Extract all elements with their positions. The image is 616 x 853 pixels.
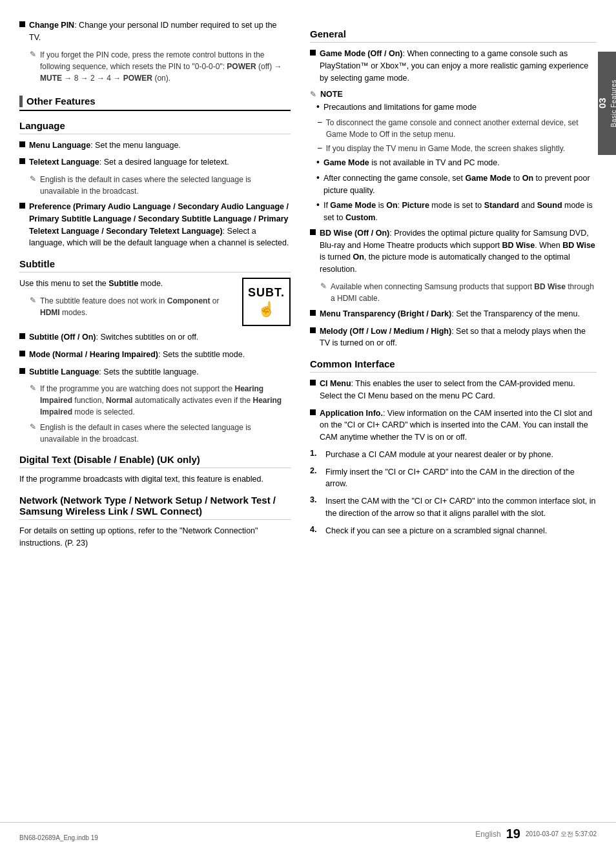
melody-item: Melody (Off / Low / Medium / High): Set … [310,325,597,350]
bullet-square [19,333,25,339]
numbered-item-1: 1. Purchase a CI CAM module at your near… [310,449,597,461]
game-mode-item: Game Mode (Off / On): When connecting to… [310,48,597,84]
numbered-item-4: 4. Check if you can see a picture on a s… [310,525,597,537]
preference-item: Preference (Primary Audio Language / Sec… [19,201,291,249]
dot-icon: • [316,101,320,114]
change-pin-note: ✎ If you forget the PIN code, press the … [30,49,291,84]
subtitle-onoff-item: Subtitle (Off / On): Switches subtitles … [19,331,291,344]
footer-file: BN68-02689A_Eng.indb 19 [19,834,98,841]
change-pin-title: Change PIN [29,21,74,30]
subtitle-mode-item: Mode (Normal / Hearing Impaired): Sets t… [19,349,291,361]
footer-page-number: 19 [506,827,520,841]
change-pin-text: Change PIN: Change your personal ID numb… [29,19,291,44]
network-header: Network (Network Type / Network Setup / … [19,495,291,520]
subt-label: SUBT. [248,286,285,300]
dot-icon: • [316,172,320,185]
pencil-icon: ✎ [30,296,36,305]
left-column: Change PIN: Change your personal ID numb… [19,19,291,550]
subt-image: SUBT. ☝ [242,278,291,326]
network-body: For details on setting up options, refer… [19,525,291,550]
bullet-square [19,351,25,356]
numbered-item-2: 2. Firmly insert the "CI or CI+ CARD" in… [310,466,597,491]
footer-right-area: English 19 2010-03-07 오전 5:37:02 [475,827,597,841]
bullet-square [19,21,25,27]
bullet-square [310,380,316,385]
bd-wise-note: ✎ Available when connecting Samsung prod… [320,281,597,304]
teletext-language-item: Teletext Language: Set a desired languag… [19,156,291,169]
digital-text-header: Digital Text (Disable / Enable) (UK only… [19,454,291,468]
note-label-area: ✎ NOTE [310,89,597,99]
footer-lang: English [475,830,500,839]
language-header: Language [19,120,291,134]
bd-wise-item: BD Wise (Off / On): Provides the optimal… [310,227,597,276]
teletext-note: ✎ English is the default in cases where … [30,174,291,197]
dash-icon: – [318,118,322,127]
bullet-square [310,310,316,316]
subtitle-note-component: ✎ The subtitle feature does not work in … [30,295,234,318]
right-column: General Game Mode (Off / On): When conne… [303,19,597,550]
subtitle-intro-area: SUBT. ☝ Use this menu to set the Subtitl… [19,278,291,331]
pencil-icon: ✎ [30,50,36,59]
note-game-mode-picture: • If Game Mode is On: Picture mode is se… [316,200,597,224]
subt-hand-icon: ☝ [258,301,275,318]
bullet-square [19,141,25,147]
ci-menu-item: CI Menu: This enables the user to select… [310,378,597,402]
bullet-square [19,158,25,164]
pencil-icon: ✎ [310,90,316,99]
main-content: Change PIN: Change your personal ID numb… [0,0,616,569]
common-interface-header: Common Interface [310,358,597,373]
bullet-square [19,368,25,374]
side-tab-text: Basic Features [610,79,616,127]
pencil-icon: ✎ [30,422,36,431]
dot-icon: • [316,199,320,212]
subtitle-header: Subtitle [19,258,291,272]
note-sub2: – If you display the TV menu in Game Mod… [318,143,597,154]
note-label-text: NOTE [320,90,343,99]
bullet-square [310,50,316,56]
bullet-square [310,409,316,415]
subtitle-language-note1: ✎ If the programme you are watching does… [30,383,291,418]
footer: BN68-02689A_Eng.indb 19 English 19 2010-… [0,822,616,841]
note-game-mode-tv: • Game Mode is not available in TV and P… [316,157,597,169]
general-header: General [310,28,597,43]
pencil-icon: ✎ [30,174,36,183]
bullet-square [19,203,25,209]
section-bar-icon [19,96,23,107]
change-pin-section: Change PIN: Change your personal ID numb… [19,19,291,84]
subtitle-language-note2: ✎ English is the default in cases where … [30,422,291,445]
pencil-icon: ✎ [320,282,327,291]
subtitle-language-item: Subtitle Language: Sets the subtitle lan… [19,366,291,378]
footer-date: 2010-03-07 오전 5:37:02 [526,830,597,839]
bullet-square [310,229,316,235]
digital-text-body: If the programme broadcasts with digital… [19,473,291,486]
change-pin-note-text: If you forget the PIN code, press the re… [40,49,291,84]
bullet-square [310,327,316,333]
application-info-item: Application Info.: View information on t… [310,407,597,444]
note-precautions: • Precautions and limitations for game m… [316,101,597,114]
page-container: 03 Basic Features Change PIN: Change you… [0,0,616,853]
side-tab: 03 Basic Features [598,52,616,155]
note-game-mode-console: • After connecting the game console, set… [316,172,597,197]
side-tab-number: 03 [597,98,608,109]
other-features-header: Other Features [19,96,291,111]
change-pin-bullet: Change PIN: Change your personal ID numb… [19,19,291,44]
note-sub1: – To disconnect the game console and con… [318,117,597,140]
dash-icon: – [318,143,322,152]
menu-language-item: Menu Language: Set the menu language. [19,139,291,152]
numbered-item-3: 3. Insert the CAM with the "CI or CI+ CA… [310,495,597,520]
dot-icon: • [316,156,320,169]
menu-transparency-item: Menu Transparency (Bright / Dark): Set t… [310,308,597,320]
pencil-icon: ✎ [30,384,36,393]
